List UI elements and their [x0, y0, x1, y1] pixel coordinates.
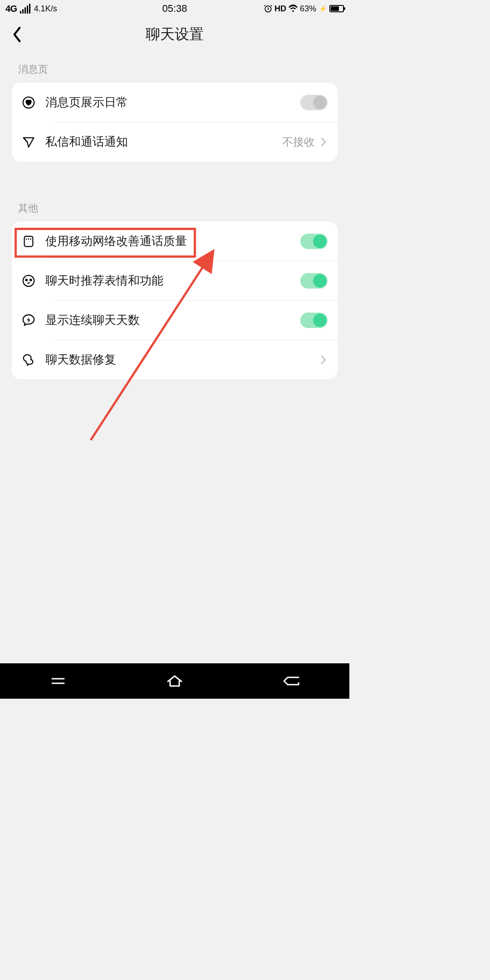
section-label-messages: 消息页 — [0, 52, 349, 83]
toggle-show-daily[interactable] — [300, 95, 328, 110]
row-show-daily[interactable]: 消息页展示日常 — [12, 83, 338, 122]
row-label: 聊天时推荐表情和功能 — [43, 273, 300, 289]
battery-percent: 63% — [300, 4, 316, 14]
svg-point-4 — [26, 279, 27, 280]
nav-back-button[interactable] — [278, 672, 305, 690]
charging-icon: ⚡ — [319, 5, 327, 12]
battery-icon — [328, 5, 344, 12]
row-label: 聊天数据修复 — [43, 352, 319, 368]
nav-recents-button[interactable] — [44, 672, 72, 690]
row-label: 消息页展示日常 — [43, 94, 300, 110]
chat-repair-icon — [22, 353, 43, 367]
chevron-right-icon — [319, 355, 328, 364]
page-title: 聊天设置 — [146, 24, 204, 44]
row-label: 私信和通话通知 — [43, 134, 282, 150]
sim-card-icon — [22, 235, 43, 248]
chevron-right-icon — [319, 137, 328, 147]
status-right: HD 63% ⚡ — [264, 4, 344, 14]
send-icon — [22, 135, 43, 149]
row-label: 显示连续聊天天数 — [43, 312, 300, 328]
row-recommend-emoji[interactable]: 聊天时推荐表情和功能 — [12, 261, 338, 300]
card-other: 使用移动网络改善通话质量 聊天时推荐表情和功能 显示连续聊天天数 — [12, 221, 338, 379]
row-value: 不接收 — [282, 135, 315, 149]
nav-home-button[interactable] — [161, 672, 188, 690]
page-header: 聊天设置 — [0, 17, 349, 52]
toggle-streak-days[interactable] — [300, 313, 328, 328]
back-button[interactable] — [8, 25, 26, 44]
toggle-mobile-network[interactable] — [300, 234, 328, 249]
network-type: 4G — [5, 4, 17, 14]
system-nav-bar — [0, 663, 349, 699]
heart-circle-icon — [22, 96, 43, 109]
row-chat-repair[interactable]: 聊天数据修复 — [12, 340, 338, 379]
network-speed: 4.1K/s — [34, 4, 57, 14]
row-label: 使用移动网络改善通话质量 — [43, 233, 300, 249]
svg-rect-2 — [24, 236, 33, 246]
row-dm-notify[interactable]: 私信和通话通知 不接收 — [12, 122, 338, 162]
alarm-icon — [264, 4, 273, 13]
svg-point-3 — [23, 275, 34, 286]
signal-bars-icon — [20, 4, 30, 14]
clock: 05:38 — [162, 3, 187, 15]
section-label-other: 其他 — [0, 191, 349, 221]
face-icon — [22, 274, 43, 288]
status-bar: 4G 4.1K/s 05:38 HD 63% ⚡ — [0, 0, 349, 17]
wifi-icon — [288, 5, 298, 13]
hd-indicator: HD — [274, 4, 286, 14]
row-streak-days[interactable]: 显示连续聊天天数 — [12, 300, 338, 340]
row-mobile-network[interactable]: 使用移动网络改善通话质量 — [12, 221, 338, 261]
bolt-bubble-icon — [22, 314, 43, 327]
toggle-recommend-emoji[interactable] — [300, 273, 328, 289]
svg-point-5 — [30, 279, 31, 280]
card-messages: 消息页展示日常 私信和通话通知 不接收 — [12, 83, 338, 162]
status-left: 4G 4.1K/s — [5, 4, 57, 14]
